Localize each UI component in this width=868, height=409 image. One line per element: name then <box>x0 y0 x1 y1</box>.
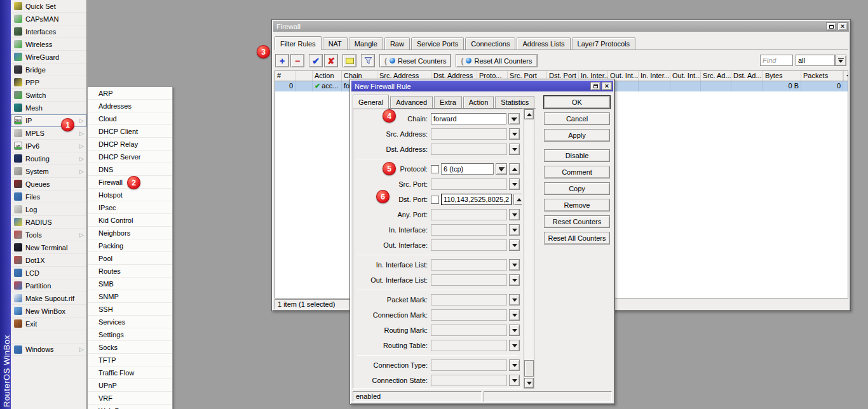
submenu-item-kid-control[interactable]: Kid Control <box>88 214 172 227</box>
firewall-titlebar[interactable]: Firewall × <box>273 21 849 32</box>
filter-select-dropdown-icon[interactable] <box>835 55 846 66</box>
submenu-item-services[interactable]: Services <box>88 316 172 328</box>
submenu-item-traffic-flow[interactable]: Traffic Flow <box>88 366 172 379</box>
expand-icon[interactable] <box>509 239 520 251</box>
sidebar-item-lcd[interactable]: LCD <box>11 267 86 279</box>
submenu-item-ssh[interactable]: SSH <box>88 303 172 316</box>
tab-filter-rules[interactable]: Filter Rules <box>275 36 322 50</box>
expand-icon[interactable] <box>509 209 520 220</box>
column-header-bytes[interactable]: Bytes <box>763 71 801 81</box>
field-input-out-interface-list[interactable] <box>431 274 507 286</box>
tab-address-lists[interactable]: Address Lists <box>517 37 570 50</box>
maximize-icon[interactable] <box>826 22 836 30</box>
sidebar-item-queues[interactable]: Queues <box>11 178 86 191</box>
sidebar-item-tools[interactable]: Tools▷ <box>11 229 86 241</box>
field-input-connection-type[interactable] <box>431 359 507 371</box>
scroll-up-icon[interactable] <box>524 109 534 119</box>
tab-mangle[interactable]: Mangle <box>349 37 383 50</box>
field-input-out-interface[interactable] <box>431 239 507 251</box>
dialog-scrollbar[interactable] <box>524 109 534 389</box>
expand-icon[interactable] <box>509 325 520 336</box>
sidebar-item-capsman[interactable]: CAPsMAN <box>11 13 86 25</box>
expand-icon[interactable] <box>509 294 520 305</box>
remove-rule-button[interactable]: − <box>290 54 304 67</box>
expand-icon[interactable] <box>509 274 520 286</box>
field-input-in-interface-list[interactable] <box>431 259 507 271</box>
add-rule-button[interactable]: + <box>275 54 289 67</box>
sidebar-item-ipv6[interactable]: v6IPv6▷ <box>11 140 86 152</box>
submenu-item-ipsec[interactable]: IPsec <box>88 201 172 214</box>
field-input-src-address[interactable] <box>431 128 507 140</box>
sidebar-item-new-winbox[interactable]: New WinBox <box>11 305 86 318</box>
enable-rule-button[interactable]: ✔ <box>309 54 323 67</box>
sidebar-item-files[interactable]: Files <box>11 191 86 203</box>
submenu-item-vrf[interactable]: VRF <box>88 392 172 405</box>
sidebar-item-log[interactable]: Log <box>11 203 86 216</box>
submenu-item-socks[interactable]: Socks <box>88 341 172 354</box>
dialog-titlebar[interactable]: New Firewall Rule × <box>351 81 613 91</box>
sidebar-item-wireless[interactable]: Wireless <box>11 38 86 51</box>
tab-layer7-protocols[interactable]: Layer7 Protocols <box>572 37 636 50</box>
submenu-item-tftp[interactable]: TFTP <box>88 354 172 366</box>
field-input-routing-mark[interactable] <box>431 325 507 336</box>
expand-icon[interactable] <box>509 375 520 386</box>
column-header-src-ad[interactable]: Src. Ad... <box>701 71 731 81</box>
copy-button[interactable]: Copy <box>544 182 610 195</box>
submenu-item-routes[interactable]: Routes <box>88 265 172 278</box>
sidebar-item-partition[interactable]: Partition <box>11 279 86 292</box>
reset-counters-button[interactable]: Reset Counters <box>544 215 610 228</box>
collapse-icon[interactable] <box>513 194 522 205</box>
submenu-item-dhcp-relay[interactable]: DHCP Relay <box>88 138 172 151</box>
column-header-packets[interactable]: Packets <box>801 71 843 81</box>
dialog-tab-general[interactable]: General <box>353 95 389 109</box>
cancel-button[interactable]: Cancel <box>544 112 610 125</box>
sidebar-item-make-supout-rif[interactable]: Make Supout.rif <box>11 292 86 305</box>
field-input-chain[interactable]: forward <box>431 113 506 124</box>
submenu-item-upnp[interactable]: UPnP <box>88 379 172 392</box>
column-header-in-inter[interactable]: In. Inter... <box>639 71 670 81</box>
sidebar-item-ppp[interactable]: PPP <box>11 76 86 89</box>
sidebar-item-switch[interactable]: Switch <box>11 89 86 102</box>
disable-button[interactable]: Disable <box>544 149 610 162</box>
submenu-item-snmp[interactable]: SNMP <box>88 290 172 303</box>
tab-nat[interactable]: NAT <box>323 37 348 50</box>
submenu-item-dhcp-server[interactable]: DHCP Server <box>88 151 172 163</box>
field-input-connection-state[interactable] <box>431 375 507 386</box>
dialog-tab-action[interactable]: Action <box>463 96 494 108</box>
submenu-item-web-proxy[interactable]: Web Proxy <box>88 405 172 409</box>
find-input[interactable] <box>760 55 793 66</box>
submenu-item-addresses[interactable]: Addresses <box>88 100 172 112</box>
submenu-item-cloud[interactable]: Cloud <box>88 112 172 125</box>
dialog-tab-extra[interactable]: Extra <box>434 96 462 108</box>
field-input-in-interface[interactable] <box>431 224 507 236</box>
column-header-[interactable]: # <box>275 71 295 81</box>
field-input-routing-table[interactable] <box>431 340 507 351</box>
dropdown-list-icon[interactable] <box>508 113 520 124</box>
field-input-src-port[interactable] <box>431 178 507 190</box>
not-checkbox[interactable] <box>431 196 439 204</box>
field-input-any-port[interactable] <box>431 209 507 220</box>
submenu-item-arp[interactable]: ARP <box>88 87 172 100</box>
tab-connections[interactable]: Connections <box>465 37 515 50</box>
submenu-item-dhcp-client[interactable]: DHCP Client <box>88 125 172 138</box>
sidebar-item-wireguard[interactable]: WireGuard <box>11 51 86 64</box>
expand-icon[interactable] <box>509 224 520 236</box>
disable-rule-button[interactable]: ✘ <box>324 54 338 67</box>
field-input-protocol[interactable]: 6 (tcp) <box>441 163 494 175</box>
reset-counters-button[interactable]: ( Reset Counters <box>379 54 451 67</box>
expand-icon[interactable] <box>509 128 520 140</box>
dialog-tab-statistics[interactable]: Statistics <box>495 96 534 108</box>
column-header-flags[interactable] <box>295 71 313 81</box>
apply-button[interactable]: Apply <box>544 129 610 142</box>
column-header-out-int[interactable]: Out. Int... <box>670 71 701 81</box>
filter-select[interactable]: all <box>796 55 846 66</box>
sidebar-item-exit[interactable]: Exit <box>11 318 86 330</box>
sidebar-item-routing[interactable]: Routing▷ <box>11 152 86 165</box>
expand-icon[interactable] <box>509 178 520 190</box>
tab-raw[interactable]: Raw <box>384 37 410 50</box>
expand-icon[interactable] <box>509 340 520 351</box>
expand-icon[interactable] <box>509 309 520 321</box>
sidebar-item-windows[interactable]: Windows▷ <box>11 343 86 356</box>
comment-button[interactable] <box>342 54 356 67</box>
column-config-icon[interactable] <box>843 71 848 81</box>
